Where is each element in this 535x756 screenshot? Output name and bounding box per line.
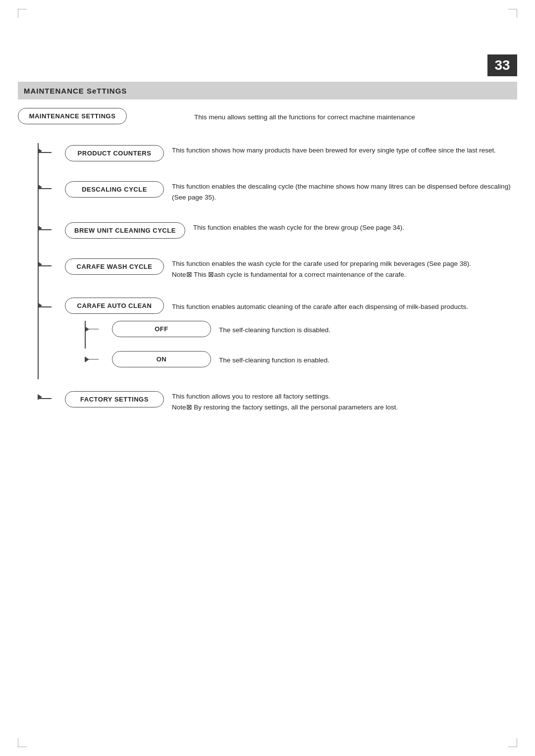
child-row-product-counters: PRODUCT COUNTERS This function shows how… bbox=[38, 143, 517, 161]
product-counters-desc: This function shows how many products ha… bbox=[164, 143, 517, 156]
child-row-carafe-auto-clean-wrapper: CARAFE AUTO CLEAN This function enables … bbox=[38, 298, 517, 371]
h-line-factory bbox=[38, 398, 52, 399]
h-line-carafe-wash bbox=[38, 265, 52, 266]
child-row-carafe-wash: CARAFE WASH CYCLE This function enables … bbox=[38, 256, 517, 280]
h-line-descaling bbox=[38, 188, 52, 189]
header-text: MAINTENANCE SeTTINGS bbox=[24, 87, 127, 95]
brew-unit-desc: This function enables the wash cycle for… bbox=[185, 220, 517, 233]
corner-border-bl bbox=[18, 738, 27, 747]
maintenance-settings-desc: This menu allows setting all the functio… bbox=[186, 110, 517, 123]
sub-children-carafe: OFF The self-cleaning function is disabl… bbox=[85, 321, 517, 367]
arrow-product-counters bbox=[38, 148, 42, 154]
descaling-cycle-box: DESCALING CYCLE bbox=[65, 181, 164, 198]
h-line-off bbox=[85, 329, 99, 330]
header-bar: MAINTENANCE SeTTINGS bbox=[18, 82, 517, 100]
on-desc: The self-cleaning function is enabled. bbox=[211, 353, 517, 366]
arrow-factory-settings bbox=[38, 394, 42, 400]
main-content: MAINTENANCE SETTINGS This menu allows se… bbox=[18, 108, 517, 726]
child-row-brew-unit: BREW UNIT CLEANING CYCLE This function e… bbox=[38, 220, 517, 239]
carafe-wash-desc: This function enables the wash cycle for… bbox=[164, 256, 517, 280]
h-line-on bbox=[85, 359, 99, 360]
factory-settings-box: FACTORY SETTINGS bbox=[65, 391, 164, 407]
carafe-auto-clean-box: CARAFE AUTO CLEAN bbox=[65, 298, 164, 314]
h-line-brew bbox=[38, 229, 52, 230]
corner-border-br bbox=[508, 738, 517, 747]
carafe-auto-clean-desc: This function enables automatic cleaning… bbox=[164, 300, 517, 312]
children-container: PRODUCT COUNTERS This function shows how… bbox=[38, 143, 517, 413]
sub-row-on: ON The self-cleaning function is enabled… bbox=[85, 351, 517, 367]
descaling-cycle-desc: This function enables the descaling cycl… bbox=[164, 179, 517, 202]
brew-unit-box: BREW UNIT CLEANING CYCLE bbox=[65, 222, 185, 239]
factory-settings-desc: This function allows you to restore all … bbox=[164, 389, 517, 412]
corner-border-tr bbox=[508, 9, 517, 18]
carafe-wash-box: CARAFE WASH CYCLE bbox=[65, 258, 164, 275]
child-row-descaling: DESCALING CYCLE This function enables th… bbox=[38, 179, 517, 202]
child-row-factory-settings: FACTORY SETTINGS This function allows yo… bbox=[38, 389, 517, 412]
off-desc: The self-cleaning function is disabled. bbox=[211, 323, 517, 336]
product-counters-box: PRODUCT COUNTERS bbox=[65, 145, 164, 161]
arrow-brew-unit bbox=[38, 225, 42, 231]
corner-border-tl bbox=[18, 9, 27, 18]
h-line-carafe-auto bbox=[38, 306, 52, 307]
page-number: 33 bbox=[487, 54, 517, 76]
sub-row-off: OFF The self-cleaning function is disabl… bbox=[85, 321, 517, 337]
top-row: MAINTENANCE SETTINGS This menu allows se… bbox=[18, 108, 517, 124]
off-box: OFF bbox=[112, 321, 211, 337]
arrow-carafe-auto-clean bbox=[38, 302, 42, 308]
maintenance-settings-box: MAINTENANCE SETTINGS bbox=[18, 108, 127, 124]
arrow-carafe-wash bbox=[38, 261, 42, 267]
arrow-descaling bbox=[38, 184, 42, 190]
h-line-product bbox=[38, 152, 52, 153]
on-box: ON bbox=[112, 351, 211, 367]
